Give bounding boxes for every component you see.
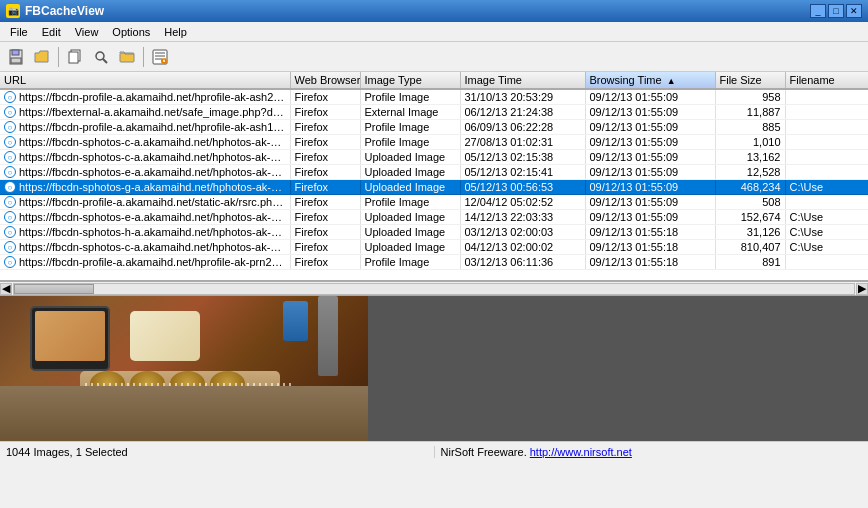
cell-browser: Firefox <box>290 255 360 270</box>
col-header-filename[interactable]: Filename <box>785 72 868 89</box>
url-icon: ○ <box>4 121 16 133</box>
menu-help[interactable]: Help <box>158 24 193 40</box>
cell-image-time: 04/12/13 02:00:02 <box>460 240 585 255</box>
url-icon: ○ <box>4 196 16 208</box>
cell-browsing-time: 09/12/13 01:55:09 <box>585 105 715 120</box>
toolbar-save[interactable] <box>4 45 28 69</box>
toolbar-folder[interactable] <box>115 45 139 69</box>
cell-browsing-time: 09/12/13 01:55:09 <box>585 180 715 195</box>
cell-type: Uploaded Image <box>360 165 460 180</box>
cell-browsing-time: 09/12/13 01:55:09 <box>585 135 715 150</box>
toolbar <box>0 42 868 72</box>
url-icon: ○ <box>4 226 16 238</box>
col-header-filesize[interactable]: File Size <box>715 72 785 89</box>
table-row[interactable]: ○https://fbcdn-sphotos-e-a.akamaihd.net/… <box>0 165 868 180</box>
cell-filename <box>785 105 868 120</box>
table-row[interactable]: ○https://fbcdn-profile-a.akamaihd.net/hp… <box>0 120 868 135</box>
table-row[interactable]: ○https://fbcdn-sphotos-c-a.akamaihd.net/… <box>0 240 868 255</box>
url-text: https://fbcdn-profile-a.akamaihd.net/sta… <box>19 196 286 208</box>
cell-browser: Firefox <box>290 225 360 240</box>
col-header-browsingtime[interactable]: Browsing Time ▲ <box>585 72 715 89</box>
menu-file[interactable]: File <box>4 24 34 40</box>
cell-image-time: 05/12/13 00:56:53 <box>460 180 585 195</box>
table-row[interactable]: ○https://fbexternal-a.akamaihd.net/safe_… <box>0 105 868 120</box>
scroll-thumb[interactable] <box>14 284 94 294</box>
cell-image-time: 12/04/12 05:02:52 <box>460 195 585 210</box>
url-text: https://fbcdn-sphotos-c-a.akamaihd.net/h… <box>19 241 286 253</box>
food-plate-prop <box>130 311 200 361</box>
menu-options[interactable]: Options <box>106 24 156 40</box>
cell-file-size: 11,887 <box>715 105 785 120</box>
col-header-url[interactable]: URL <box>0 72 290 89</box>
cell-type: Profile Image <box>360 195 460 210</box>
horizontal-scrollbar[interactable]: ◀ ▶ <box>0 282 868 296</box>
url-icon: ○ <box>4 91 16 103</box>
toolbar-copy[interactable] <box>63 45 87 69</box>
close-button[interactable]: ✕ <box>846 4 862 18</box>
table-row[interactable]: ○https://fbcdn-sphotos-c-a.akamaihd.net/… <box>0 135 868 150</box>
cell-image-time: 14/12/13 22:03:33 <box>460 210 585 225</box>
cell-url: ○https://fbcdn-profile-a.akamaihd.net/st… <box>0 195 290 210</box>
url-text: https://fbcdn-sphotos-g-a.akamaihd.net/h… <box>19 181 286 193</box>
cell-browsing-time: 09/12/13 01:55:09 <box>585 195 715 210</box>
table-row[interactable]: ○https://fbcdn-profile-a.akamaihd.net/hp… <box>0 89 868 105</box>
url-icon: ○ <box>4 106 16 118</box>
cell-filename: C:\Use <box>785 180 868 195</box>
url-text: https://fbcdn-sphotos-e-a.akamaihd.net/h… <box>19 211 286 223</box>
sort-arrow: ▲ <box>667 76 676 86</box>
cell-url: ○https://fbcdn-sphotos-e-a.akamaihd.net/… <box>0 165 290 180</box>
table-row[interactable]: ○https://fbcdn-profile-a.akamaihd.net/st… <box>0 195 868 210</box>
cell-url: ○https://fbcdn-sphotos-c-a.akamaihd.net/… <box>0 135 290 150</box>
url-text: https://fbcdn-sphotos-c-a.akamaihd.net/h… <box>19 151 286 163</box>
utensils-prop <box>318 296 338 376</box>
status-bar: 1044 Images, 1 Selected NirSoft Freeware… <box>0 441 868 461</box>
preview-image <box>0 296 368 441</box>
table-row[interactable]: ○https://fbcdn-sphotos-e-a.akamaihd.net/… <box>0 210 868 225</box>
cell-browsing-time: 09/12/13 01:55:09 <box>585 210 715 225</box>
cell-browsing-time: 09/12/13 01:55:18 <box>585 240 715 255</box>
table-row[interactable]: ○https://fbcdn-sphotos-g-a.akamaihd.net/… <box>0 180 868 195</box>
svg-point-5 <box>96 52 104 60</box>
cell-image-time: 27/08/13 01:02:31 <box>460 135 585 150</box>
url-text: https://fbcdn-profile-a.akamaihd.net/hpr… <box>19 256 286 268</box>
col-header-imagetime[interactable]: Image Time <box>460 72 585 89</box>
scroll-left-button[interactable]: ◀ <box>0 283 12 295</box>
menu-edit[interactable]: Edit <box>36 24 67 40</box>
svg-line-6 <box>103 59 107 63</box>
svg-rect-4 <box>69 52 78 63</box>
url-icon: ○ <box>4 256 16 268</box>
table-row[interactable]: ○https://fbcdn-sphotos-h-a.akamaihd.net/… <box>0 225 868 240</box>
table-row[interactable]: ○https://fbcdn-profile-a.akamaihd.net/hp… <box>0 255 868 270</box>
toolbar-open[interactable] <box>30 45 54 69</box>
url-icon: ○ <box>4 181 16 193</box>
cell-type: Uploaded Image <box>360 150 460 165</box>
toolbar-properties[interactable] <box>148 45 172 69</box>
cell-url: ○https://fbcdn-profile-a.akamaihd.net/hp… <box>0 89 290 105</box>
col-header-type[interactable]: Image Type <box>360 72 460 89</box>
scroll-track[interactable] <box>13 283 855 295</box>
scroll-right-button[interactable]: ▶ <box>856 283 868 295</box>
cell-filename <box>785 150 868 165</box>
cell-file-size: 885 <box>715 120 785 135</box>
cell-filename <box>785 195 868 210</box>
cell-file-size: 891 <box>715 255 785 270</box>
cell-browser: Firefox <box>290 120 360 135</box>
cell-image-time: 06/09/13 06:22:28 <box>460 120 585 135</box>
toolbar-search[interactable] <box>89 45 113 69</box>
cell-browser: Firefox <box>290 195 360 210</box>
cell-image-time: 06/12/13 21:24:38 <box>460 105 585 120</box>
nirsoft-link[interactable]: http://www.nirsoft.net <box>530 446 632 458</box>
cell-filename <box>785 120 868 135</box>
menu-view[interactable]: View <box>69 24 105 40</box>
cell-browser: Firefox <box>290 135 360 150</box>
cell-filename: C:\Use <box>785 210 868 225</box>
title-bar-left: 📷 FBCacheView <box>6 4 104 18</box>
maximize-button[interactable]: □ <box>828 4 844 18</box>
col-header-browser[interactable]: Web Browser <box>290 72 360 89</box>
cell-filename <box>785 255 868 270</box>
cell-filename <box>785 135 868 150</box>
window-controls[interactable]: _ □ ✕ <box>810 4 862 18</box>
cell-file-size: 12,528 <box>715 165 785 180</box>
minimize-button[interactable]: _ <box>810 4 826 18</box>
table-row[interactable]: ○https://fbcdn-sphotos-c-a.akamaihd.net/… <box>0 150 868 165</box>
